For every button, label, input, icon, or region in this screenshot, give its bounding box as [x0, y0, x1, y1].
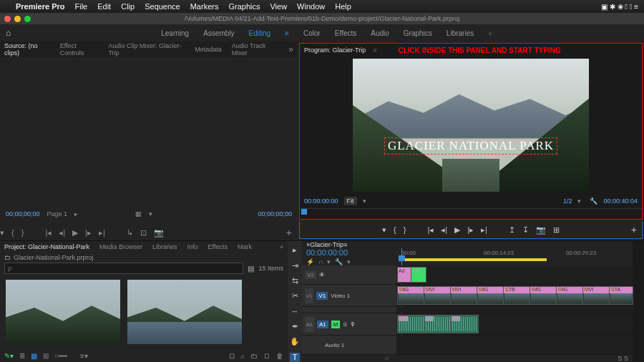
menu-sequence[interactable]: Sequence	[145, 2, 180, 11]
video-clip[interactable]: MVI⚠	[582, 286, 611, 305]
video-frame[interactable]: GLACIER NATIONAL PARK	[353, 59, 589, 192]
workspace-libraries[interactable]: Libraries	[447, 29, 474, 37]
go-to-in-icon[interactable]: |◂	[427, 225, 434, 235]
track-tag[interactable]: V1	[316, 292, 328, 300]
menu-markers[interactable]: Markers	[190, 2, 219, 11]
go-to-in-icon[interactable]: |◂	[45, 228, 52, 238]
insert-icon[interactable]: ↳	[127, 228, 133, 238]
clip-thumbnail[interactable]	[127, 280, 242, 344]
audio-clip[interactable]: MVI	[424, 315, 452, 333]
video-clip[interactable]: IMG⚠	[530, 286, 558, 305]
chevron-down-icon[interactable]: ▾	[347, 258, 351, 265]
play-icon[interactable]: ▶	[454, 225, 460, 235]
overwrite-icon[interactable]: ⊡	[140, 228, 147, 238]
razor-tool-icon[interactable]: ✂	[290, 291, 300, 300]
type-tool-icon[interactable]: T	[290, 353, 300, 362]
tab-libraries[interactable]: Libraries	[152, 243, 177, 250]
source-overflow-icon[interactable]: »	[288, 44, 293, 54]
app-menu[interactable]: Premiere Pro	[16, 2, 64, 11]
program-scale[interactable]: 1/2	[563, 197, 572, 205]
audio-meter[interactable]	[633, 240, 644, 362]
marker-icon[interactable]: ▾	[0, 228, 4, 238]
out-point-icon[interactable]: }	[404, 225, 406, 234]
track-tag[interactable]: V2	[305, 271, 316, 279]
extract-icon[interactable]: ↧	[522, 225, 529, 235]
step-fwd-icon[interactable]: |▸	[467, 225, 474, 235]
workspace-assembly[interactable]: Assembly	[203, 29, 234, 37]
selection-tool-icon[interactable]: ▸	[290, 245, 300, 255]
icon-view-icon[interactable]: ▦	[31, 352, 37, 360]
auto-sequence-icon[interactable]: ⊡	[229, 352, 235, 360]
video-clip[interactable]: IMG⚠	[397, 286, 426, 305]
tab-audio-track-mixer[interactable]: Audio Track Mixer	[232, 42, 279, 57]
settings-icon[interactable]: 🔧	[590, 197, 597, 205]
project-overflow-icon[interactable]: »	[280, 243, 283, 250]
zoom-slider[interactable]: ○	[385, 355, 389, 362]
title-text-box[interactable]: GLACIER NATIONAL PARK	[384, 137, 557, 155]
program-ruler[interactable]	[300, 208, 642, 219]
source-monitor[interactable]	[0, 57, 298, 203]
button-editor-icon[interactable]: +	[631, 224, 637, 235]
go-to-out-icon[interactable]: ▸|	[481, 225, 487, 235]
tab-info[interactable]: Info	[187, 243, 198, 250]
filter-icon[interactable]: ▤	[248, 265, 254, 273]
workspace-editing-menu-icon[interactable]: ≡	[285, 29, 289, 37]
export-frame-icon[interactable]: 📷	[154, 228, 164, 238]
step-back-icon[interactable]: ◂|	[441, 225, 447, 235]
new-item-icon[interactable]: 🗋	[263, 352, 270, 360]
out-point-icon[interactable]: }	[21, 228, 24, 237]
play-icon[interactable]: ▶	[72, 228, 78, 238]
track-header-v1[interactable]: v1 V1 Video 1	[302, 285, 396, 306]
title-clip[interactable]: GN	[411, 267, 426, 283]
lift-icon[interactable]: ↥	[509, 225, 515, 235]
menu-window[interactable]: Window	[297, 2, 325, 11]
chevron-down-icon[interactable]: ▾	[363, 197, 366, 205]
track-select-tool-icon[interactable]: ⇥	[290, 260, 300, 270]
track-body-v2[interactable]: Ad GN	[396, 265, 633, 284]
link-icon[interactable]: ∩	[318, 258, 323, 265]
settings-icon[interactable]: 🔧	[335, 258, 343, 265]
tab-effect-controls[interactable]: Effect Controls	[60, 42, 99, 57]
pen-icon[interactable]: ✎▾	[4, 352, 14, 360]
ripple-tool-icon[interactable]: ⇆	[290, 276, 300, 285]
program-menu-icon[interactable]: ≡	[373, 47, 376, 54]
snap-icon[interactable]: ⚡	[306, 258, 314, 265]
project-search-input[interactable]	[4, 263, 243, 274]
zoom-slider[interactable]: ○━━	[54, 352, 67, 360]
video-clip[interactable]: IMG⚠	[556, 286, 585, 305]
workspace-graphics[interactable]: Graphics	[404, 29, 432, 37]
mic-icon[interactable]: 🎙	[350, 321, 356, 328]
audio-clip[interactable]: IMG	[397, 315, 426, 333]
zoom-fit-dropdown[interactable]: Fit	[344, 197, 357, 205]
tab-project[interactable]: Project: Glacier-National-Park	[4, 243, 89, 250]
video-clip[interactable]: STA⚠	[609, 286, 633, 305]
tab-markers[interactable]: Mark	[238, 243, 252, 250]
solo-button[interactable]: S	[343, 321, 346, 328]
page-next-icon[interactable]: ▸	[74, 210, 78, 217]
trash-icon[interactable]: 🗑	[276, 352, 283, 360]
workspace-effects[interactable]: Effects	[335, 29, 356, 37]
timeline-ruler[interactable]: 00:00 00:00:14:23 00:00:29:23 00:00:44:2…	[398, 248, 633, 265]
work-area-bar[interactable]	[401, 258, 547, 261]
workspace-color[interactable]: Color	[303, 29, 321, 37]
menu-graphics[interactable]: Graphics	[228, 2, 260, 11]
workspace-editing[interactable]: Editing	[249, 29, 271, 37]
track-body-a1[interactable]: IMGMVIMVI	[396, 313, 633, 335]
toggle-output-icon[interactable]: 👁	[319, 272, 325, 278]
timeline-tab[interactable]: × Glacier-Trip ≡	[302, 241, 633, 248]
workspace-audio[interactable]: Audio	[371, 29, 389, 37]
pen-tool-icon[interactable]: ✒	[290, 322, 300, 331]
video-clip[interactable]: STB⚠	[503, 286, 532, 305]
menu-file[interactable]: File	[74, 2, 87, 11]
menu-help[interactable]: Help	[335, 2, 351, 11]
slip-tool-icon[interactable]: ↔	[290, 307, 300, 316]
source-page[interactable]: Page 1	[47, 210, 68, 217]
list-view-icon[interactable]: ≣	[19, 352, 25, 360]
tab-source[interactable]: Source: (no clips)	[4, 42, 50, 57]
project-thumbnails[interactable]	[0, 274, 288, 350]
new-bin-icon[interactable]: 🗀	[250, 352, 258, 360]
comparison-icon[interactable]: ⊞	[553, 225, 560, 235]
video-clip[interactable]: MVI⚠	[424, 286, 452, 305]
menu-view[interactable]: View	[270, 2, 287, 11]
timeline-tc[interactable]: 00:00:00:00	[306, 248, 398, 257]
